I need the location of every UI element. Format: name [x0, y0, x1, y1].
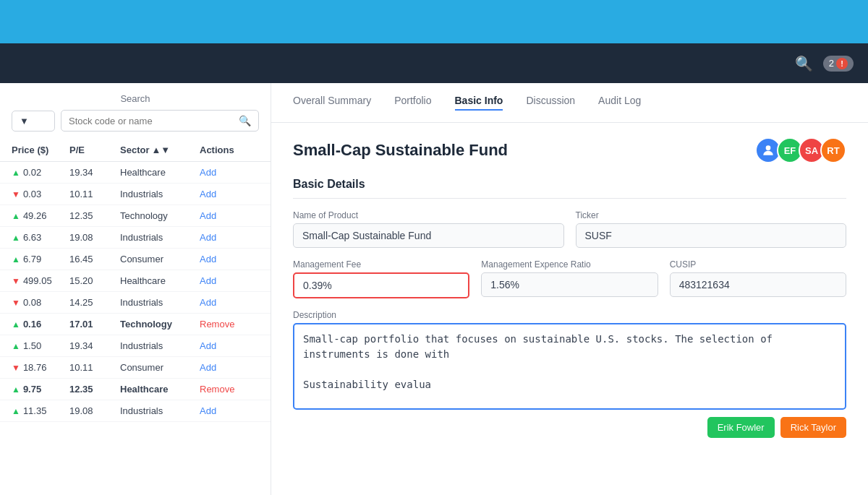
ticker-label: Ticker: [576, 210, 847, 220]
table-row: ▲ 0.16 17.01 Technology Remove: [0, 314, 271, 335]
avatars: EFSART: [760, 137, 846, 163]
search-icon[interactable]: 🔍: [795, 55, 813, 72]
price-value: 9.75: [23, 384, 41, 395]
tabs-bar: Overall SummaryPortfolioBasic InfoDiscus…: [271, 83, 868, 123]
content-area: Overall SummaryPortfolioBasic InfoDiscus…: [271, 83, 868, 495]
table-row: ▲ 0.02 19.34 Healthcare Add: [0, 162, 271, 184]
action-link[interactable]: Remove: [200, 384, 258, 395]
table-row: ▲ 49.26 12.35 Technology Add: [0, 205, 271, 227]
action-link[interactable]: Add: [200, 254, 258, 264]
price-cell: ▲ 49.26: [12, 210, 69, 221]
sector-cell: Consumer: [120, 362, 200, 373]
action-link[interactable]: Add: [200, 275, 258, 286]
price-value: 18.76: [23, 362, 47, 373]
tab-basic-info[interactable]: Basic Info: [455, 95, 503, 111]
arrow-up-icon: ▲: [12, 319, 20, 330]
sort-arrows-icon[interactable]: ▲▼: [151, 145, 170, 155]
management-expense-ratio-input[interactable]: [481, 272, 658, 297]
table-header: Price ($) P/E Sector ▲▼ Actions: [0, 139, 271, 162]
form-row-2: Management Fee Management Expence Ratio …: [293, 259, 846, 298]
pe-cell: 10.11: [69, 362, 120, 373]
basic-details-form: Name of Product Ticker Management Fee: [293, 210, 846, 410]
management-expense-ratio-group: Management Expence Ratio: [481, 259, 658, 298]
table-row: ▲ 9.75 12.35 Healthcare Remove: [0, 379, 271, 400]
action-link[interactable]: Add: [200, 297, 258, 308]
search-input-wrap: 🔍: [61, 110, 259, 132]
management-fee-input[interactable]: [293, 272, 469, 298]
ticker-input[interactable]: [576, 223, 847, 248]
svg-point-0: [766, 145, 771, 150]
erik-fowler-button[interactable]: Erik Fowler: [707, 417, 775, 438]
sector-cell: Technology: [120, 319, 200, 330]
sector-cell: Consumer: [120, 254, 200, 264]
management-expense-ratio-label: Management Expence Ratio: [481, 259, 658, 270]
arrow-down-icon: ▼: [12, 189, 20, 199]
arrow-down-icon: ▼: [12, 276, 20, 286]
action-link[interactable]: Add: [200, 340, 258, 351]
action-link[interactable]: Add: [200, 189, 258, 199]
nav-bar: 🔍 2 !: [0, 43, 868, 83]
price-cell: ▲ 1.50: [12, 340, 69, 351]
tab-overall-summary[interactable]: Overall Summary: [293, 95, 371, 111]
search-section: Search ▼ 🔍: [0, 83, 271, 139]
pe-cell: 12.35: [69, 210, 120, 221]
notification-alert-icon: !: [836, 58, 848, 69]
search-magnifier-icon: 🔍: [239, 115, 251, 126]
tab-portfolio[interactable]: Portfolio: [394, 95, 431, 111]
search-input[interactable]: [69, 116, 234, 126]
table-row: ▼ 0.03 10.11 Industrials Add: [0, 184, 271, 205]
ticker-group: Ticker: [576, 210, 847, 248]
price-cell: ▲ 6.63: [12, 232, 69, 243]
sector-cell: Industrials: [120, 297, 200, 308]
pe-cell: 14.25: [69, 297, 120, 308]
price-cell: ▼ 18.76: [12, 362, 69, 373]
sector-cell: Industrials: [120, 232, 200, 243]
col-sector: Sector ▲▼: [120, 145, 200, 155]
pe-cell: 10.11: [69, 189, 120, 199]
table-row: ▲ 6.63 19.08 Industrials Add: [0, 227, 271, 249]
action-link[interactable]: Add: [200, 362, 258, 373]
avatar-3[interactable]: RT: [820, 137, 846, 163]
cusip-input[interactable]: [670, 272, 846, 297]
sector-cell: Healthcare: [120, 384, 200, 395]
price-cell: ▼ 0.08: [12, 297, 69, 308]
action-link[interactable]: Add: [200, 232, 258, 243]
description-group: Description: [293, 310, 846, 410]
pe-cell: 19.34: [69, 167, 120, 178]
table-row: ▲ 6.79 16.45 Consumer Add: [0, 249, 271, 270]
table-row: ▲ 1.50 19.34 Industrials Add: [0, 335, 271, 357]
tab-discussion[interactable]: Discussion: [526, 95, 575, 111]
action-link[interactable]: Remove: [200, 319, 258, 330]
name-of-product-group: Name of Product: [293, 210, 564, 248]
sector-cell: Industrials: [120, 405, 200, 416]
top-bar: [0, 0, 868, 43]
sector-cell: Healthcare: [120, 167, 200, 178]
sector-cell: Industrials: [120, 189, 200, 199]
notification-badge[interactable]: 2 !: [823, 56, 854, 72]
description-label: Description: [293, 310, 846, 320]
fund-title: Small-Cap Sustainable Fund: [293, 141, 508, 160]
arrow-up-icon: ▲: [12, 254, 20, 264]
col-actions: Actions: [200, 145, 258, 155]
pe-cell: 17.01: [69, 319, 120, 330]
price-value: 11.35: [23, 405, 47, 416]
pe-cell: 19.34: [69, 340, 120, 351]
bottom-row: Erik Fowler Rick Taylor: [293, 417, 846, 438]
arrow-up-icon: ▲: [12, 211, 20, 221]
action-link[interactable]: Add: [200, 210, 258, 221]
tab-audit-log[interactable]: Audit Log: [598, 95, 641, 111]
search-label: Search: [12, 93, 259, 104]
action-link[interactable]: Add: [200, 405, 258, 416]
price-value: 0.16: [23, 319, 41, 330]
description-textarea[interactable]: [293, 323, 846, 410]
price-value: 0.03: [23, 189, 41, 199]
sector-cell: Healthcare: [120, 275, 200, 286]
table-body: ▲ 0.02 19.34 Healthcare Add ▼ 0.03 10.11…: [0, 162, 271, 495]
name-of-product-input[interactable]: [293, 223, 564, 248]
search-dropdown[interactable]: ▼: [12, 111, 55, 132]
action-link[interactable]: Add: [200, 167, 258, 178]
pe-cell: 12.35: [69, 384, 120, 395]
management-fee-label: Management Fee: [293, 259, 469, 270]
rick-taylor-button[interactable]: Rick Taylor: [780, 417, 846, 438]
pe-cell: 19.08: [69, 405, 120, 416]
